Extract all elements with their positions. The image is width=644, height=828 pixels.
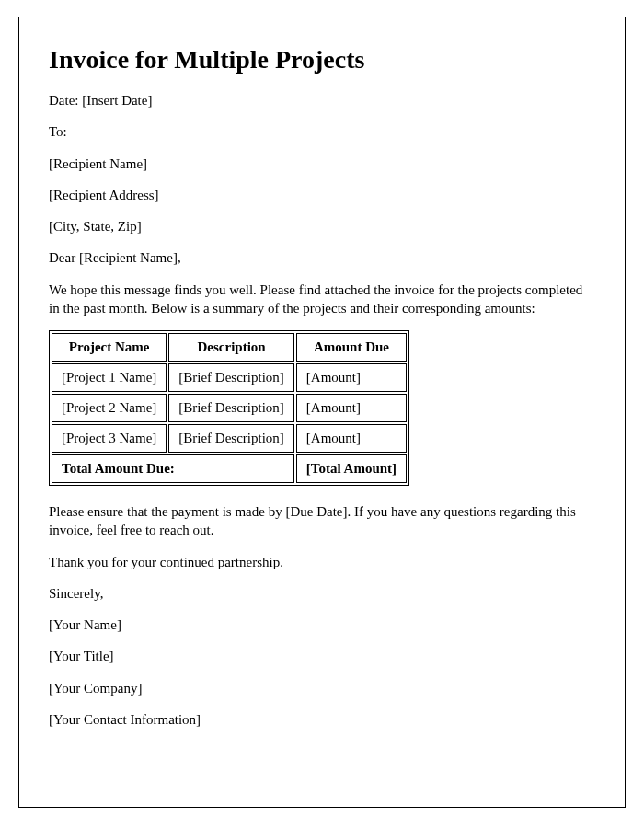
thank-you: Thank you for your continued partnership… [49, 553, 595, 571]
recipient-name: [Recipient Name] [49, 155, 595, 173]
recipient-city-state-zip: [City, State, Zip] [49, 217, 595, 236]
cell-project-name: [Project 1 Name] [52, 363, 167, 392]
cell-amount: [Amount] [296, 363, 407, 392]
table-header-row: Project Name Description Amount Due [52, 333, 407, 362]
cell-project-name: [Project 2 Name] [52, 394, 167, 422]
cell-amount: [Amount] [296, 394, 407, 422]
sender-company: [Your Company] [49, 679, 595, 697]
page-title: Invoice for Multiple Projects [49, 45, 595, 75]
recipient-address: [Recipient Address] [49, 186, 595, 204]
cell-description: [Brief Description] [168, 424, 294, 453]
intro-paragraph: We hope this message finds you well. Ple… [49, 281, 595, 318]
cell-description: [Brief Description] [168, 363, 294, 392]
col-amount-due: Amount Due [296, 333, 407, 362]
cell-project-name: [Project 3 Name] [52, 424, 167, 453]
sender-name: [Your Name] [49, 615, 595, 634]
total-amount: [Total Amount] [296, 454, 407, 483]
col-description: Description [168, 333, 294, 362]
cell-amount: [Amount] [296, 424, 407, 453]
signoff: Sincerely, [49, 584, 595, 603]
total-label: Total Amount Due: [52, 454, 294, 483]
cell-description: [Brief Description] [168, 394, 294, 422]
col-project-name: Project Name [52, 333, 167, 362]
table-row: [Project 1 Name] [Brief Description] [Am… [52, 363, 407, 392]
payment-paragraph: Please ensure that the payment is made b… [49, 502, 595, 540]
date-line: Date: [Insert Date] [49, 91, 595, 109]
table-row: [Project 2 Name] [Brief Description] [Am… [52, 394, 407, 422]
sender-contact: [Your Contact Information] [49, 710, 595, 729]
table-row: [Project 3 Name] [Brief Description] [Am… [52, 424, 407, 453]
to-label: To: [49, 122, 595, 141]
total-row: Total Amount Due: [Total Amount] [52, 454, 407, 483]
projects-table: Project Name Description Amount Due [Pro… [49, 330, 409, 486]
invoice-page: Invoice for Multiple Projects Date: [Ins… [18, 17, 626, 808]
salutation: Dear [Recipient Name], [49, 248, 595, 267]
sender-title: [Your Title] [49, 647, 595, 665]
